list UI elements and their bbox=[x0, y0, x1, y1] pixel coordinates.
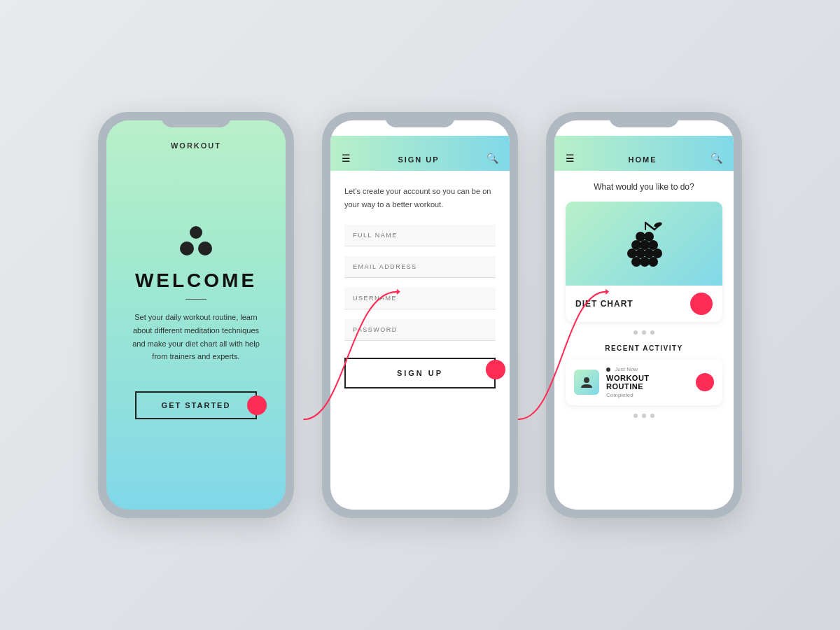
phone-screen-3: ☰ HOME 🔍 What would you like to do? bbox=[554, 120, 734, 510]
welcome-description: Set your daily workout routine, learn ab… bbox=[127, 311, 265, 363]
diet-card-footer: DIET CHART bbox=[566, 286, 722, 322]
activity-button[interactable] bbox=[696, 373, 714, 391]
svg-point-16 bbox=[640, 257, 650, 267]
signup-button[interactable]: SIGN UP bbox=[344, 358, 496, 388]
diet-card-button[interactable] bbox=[690, 293, 713, 315]
diet-card-label: DIET CHART bbox=[575, 299, 634, 309]
phone-notch-3 bbox=[609, 112, 679, 127]
phone-screen-2: ☰ SIGN UP 🔍 Let's create your account so… bbox=[330, 120, 510, 510]
phone-home: ☰ HOME 🔍 What would you like to do? bbox=[546, 112, 742, 518]
welcome-divider bbox=[186, 299, 206, 300]
phone-welcome: WORKOUT WELCOME Set your daily workout r… bbox=[98, 112, 294, 518]
home-title: HOME bbox=[629, 155, 657, 164]
activity-dots-indicator bbox=[566, 414, 722, 418]
home-content: What would you like to do? bbox=[554, 171, 734, 510]
dot-2 bbox=[642, 330, 646, 335]
svg-point-8 bbox=[631, 240, 641, 250]
welcome-screen: WORKOUT WELCOME Set your daily workout r… bbox=[106, 120, 286, 510]
card-dots-indicator bbox=[566, 330, 722, 335]
grapes-icon bbox=[616, 216, 672, 272]
full-name-input[interactable] bbox=[344, 225, 496, 246]
svg-point-11 bbox=[627, 248, 637, 258]
activity-card[interactable]: Just Now WORKOUT ROUTINE Completed bbox=[566, 359, 722, 405]
diet-card[interactable]: DIET CHART bbox=[566, 202, 722, 322]
menu-icon[interactable]: ☰ bbox=[342, 153, 351, 164]
act-dot-2 bbox=[642, 414, 646, 418]
logo-dot-left bbox=[180, 241, 194, 255]
diet-card-image bbox=[566, 202, 722, 286]
home-question: What would you like to do? bbox=[566, 182, 722, 192]
phone-signup: ☰ SIGN UP 🔍 Let's create your account so… bbox=[322, 112, 518, 518]
logo-dot-right bbox=[198, 241, 212, 255]
welcome-header: WORKOUT bbox=[171, 141, 221, 150]
signup-content: Let's create your account so you can be … bbox=[330, 171, 510, 510]
svg-point-6 bbox=[636, 232, 645, 241]
welcome-content: WELCOME Set your daily workout routine, … bbox=[106, 150, 286, 510]
act-dot-3 bbox=[650, 414, 654, 418]
recent-activity-title: RECENT ACTIVITY bbox=[566, 344, 722, 352]
signup-screen: ☰ SIGN UP 🔍 Let's create your account so… bbox=[330, 120, 510, 510]
search-icon[interactable]: 🔍 bbox=[486, 153, 498, 164]
dot-3 bbox=[650, 330, 654, 335]
home-search-icon[interactable]: 🔍 bbox=[710, 153, 722, 164]
logo-dots-bottom bbox=[180, 241, 212, 255]
svg-point-17 bbox=[648, 257, 658, 267]
svg-point-9 bbox=[640, 240, 650, 250]
svg-line-2 bbox=[645, 223, 654, 230]
home-screen: ☰ HOME 🔍 What would you like to do? bbox=[554, 120, 734, 510]
phones-container: WORKOUT WELCOME Set your daily workout r… bbox=[84, 112, 756, 518]
time-dot bbox=[606, 368, 610, 372]
svg-point-7 bbox=[644, 232, 654, 241]
svg-point-13 bbox=[644, 248, 654, 258]
activity-info: Just Now WORKOUT ROUTINE Completed bbox=[606, 366, 689, 398]
activity-name: WORKOUT ROUTINE bbox=[606, 374, 689, 391]
home-header: ☰ HOME 🔍 bbox=[554, 136, 734, 171]
signup-pink-dot bbox=[486, 360, 505, 379]
svg-point-14 bbox=[652, 248, 662, 258]
welcome-title: WELCOME bbox=[135, 270, 257, 292]
signup-description: Let's create your account so you can be … bbox=[344, 185, 496, 211]
username-input[interactable] bbox=[344, 288, 496, 309]
home-menu-icon[interactable]: ☰ bbox=[566, 153, 575, 164]
phone-screen: WORKOUT WELCOME Set your daily workout r… bbox=[106, 120, 286, 510]
activity-time: Just Now bbox=[606, 366, 689, 372]
user-icon bbox=[580, 375, 594, 389]
activity-avatar bbox=[574, 370, 599, 395]
dot-1 bbox=[634, 330, 638, 335]
svg-point-15 bbox=[631, 257, 641, 267]
svg-point-12 bbox=[636, 248, 645, 258]
app-logo bbox=[180, 226, 212, 255]
act-dot-1 bbox=[634, 414, 638, 418]
phone-notch-2 bbox=[385, 112, 455, 127]
phone-notch bbox=[161, 112, 231, 127]
get-started-pink-dot bbox=[247, 396, 267, 415]
activity-status: Completed bbox=[606, 392, 689, 398]
signup-title: SIGN UP bbox=[398, 155, 439, 164]
logo-dot-top bbox=[190, 226, 202, 239]
svg-point-10 bbox=[648, 240, 658, 250]
svg-point-18 bbox=[584, 377, 589, 383]
get-started-button[interactable]: GET STARTED bbox=[135, 391, 258, 419]
email-input[interactable] bbox=[344, 256, 496, 278]
signup-header: ☰ SIGN UP 🔍 bbox=[330, 136, 510, 171]
password-input[interactable] bbox=[344, 319, 496, 341]
